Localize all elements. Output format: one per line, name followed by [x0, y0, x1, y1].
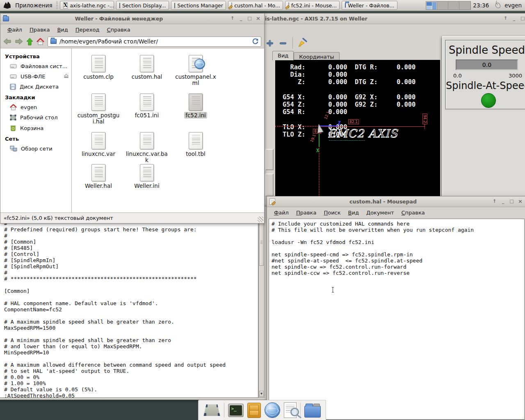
- file-item[interactable]: linuxcnc.var.bak: [125, 132, 169, 163]
- user-label: evgen: [504, 2, 523, 9]
- mousepad-textarea[interactable]: # Include your customized HAL commands h…: [269, 219, 525, 420]
- file-item[interactable]: custom.clp: [76, 55, 121, 80]
- taskbar-button-fc52-ini[interactable]: fc52.ini - Mouse...: [285, 1, 340, 10]
- maximize-button[interactable]: [508, 199, 515, 205]
- ini-editor-textarea[interactable]: # # Predefined (required) groups start h…: [0, 219, 258, 398]
- dimension-line-solid: [319, 126, 425, 127]
- dimension-line-dotted-h: [275, 126, 319, 127]
- sidebar-item-trash[interactable]: Корзина: [0, 123, 71, 133]
- menu-help[interactable]: Справка: [398, 208, 429, 217]
- menu-file[interactable]: Файл: [4, 25, 26, 34]
- mousepad-icon: [288, 2, 289, 9]
- ini-editor-scrollbar[interactable]: [258, 219, 265, 398]
- up-icon[interactable]: [26, 38, 33, 46]
- shade-button[interactable]: [491, 199, 498, 205]
- shade-button[interactable]: [502, 16, 509, 22]
- file-item[interactable]: Weller.hal: [76, 164, 121, 189]
- minimize-button[interactable]: [511, 16, 518, 22]
- terminal-icon[interactable]: [228, 404, 244, 417]
- file-item-selected[interactable]: fc52.ini: [173, 94, 218, 119]
- menu-help[interactable]: Справка: [103, 25, 134, 34]
- dock-separator: [300, 403, 301, 418]
- file-item[interactable]: fc051.ini: [125, 94, 169, 119]
- eject-icon[interactable]: [64, 73, 69, 80]
- maximize-button[interactable]: [519, 16, 525, 22]
- file-item[interactable]: tool.tbl: [173, 132, 218, 157]
- mousepad-icon: [269, 199, 275, 205]
- home-icon[interactable]: [37, 38, 44, 45]
- menu-file[interactable]: Файл: [270, 208, 292, 217]
- spindle-speed-title: Spindle Speed: [446, 44, 525, 56]
- fm-menubar: Файл Правка Вид Переход Справка: [0, 24, 264, 35]
- forward-icon[interactable]: [15, 38, 23, 45]
- maximize-button[interactable]: [246, 16, 253, 22]
- menu-document[interactable]: Документ: [363, 208, 398, 217]
- menu-edit[interactable]: Правка: [26, 25, 53, 34]
- tab-preview[interactable]: Вид: [272, 51, 294, 60]
- taskbar-button-sections-manager[interactable]: Sections Manager: [171, 1, 226, 10]
- shade-button[interactable]: [229, 16, 236, 22]
- workspace-4[interactable]: [459, 2, 470, 9]
- zoom-out-icon[interactable]: [279, 39, 288, 48]
- sidebar-item-filesystem[interactable]: Файловая сист...: [0, 61, 71, 71]
- file-item[interactable]: custom_postgui.hal: [76, 94, 121, 125]
- show-desktop-icon[interactable]: [204, 404, 220, 416]
- toolbar-separator: [292, 37, 293, 49]
- workspace-3[interactable]: [448, 2, 459, 9]
- mousepad-titlebar[interactable]: custom.hal - Mousepad: [267, 196, 525, 207]
- file-cabinet-icon[interactable]: [247, 403, 261, 418]
- sidebar-header-network: Сеть: [0, 133, 71, 144]
- menu-search[interactable]: Поиск: [320, 208, 344, 217]
- file-item[interactable]: custom.hal: [125, 55, 169, 80]
- limit-line: [329, 140, 365, 141]
- path-bar[interactable]: /home/evgen/Рабочий стол/Weller/: [48, 37, 261, 47]
- taskbar-button-axis[interactable]: axis-lathe.ngc -...: [60, 1, 114, 10]
- applications-menu[interactable]: Приложения: [14, 2, 54, 9]
- fm-titlebar[interactable]: Weller - Файловый менеджер: [0, 14, 264, 24]
- sidebar-item-desktop[interactable]: Рабочий стол: [0, 112, 71, 123]
- menu-view[interactable]: Вид: [53, 25, 71, 34]
- close-button[interactable]: [517, 199, 524, 205]
- tab-dro[interactable]: Координаты: [294, 52, 339, 60]
- workspace-2[interactable]: [437, 2, 448, 9]
- file-item[interactable]: custompanel.xml: [173, 55, 218, 86]
- file-manager-icon[interactable]: [304, 406, 321, 418]
- desktop-icon: [10, 114, 16, 121]
- sidebar-item-home[interactable]: evgen: [0, 102, 71, 112]
- file-item[interactable]: Weller.ini: [125, 164, 169, 189]
- window-icon: [119, 3, 120, 8]
- refresh-icon[interactable]: [252, 38, 259, 45]
- menu-go[interactable]: Переход: [72, 25, 103, 34]
- sidebar-item-usb[interactable]: USB-ФЛЕ: [0, 71, 71, 82]
- dimension-end-tick: [425, 123, 425, 129]
- taskbar-button-section-display[interactable]: Section Display...: [116, 1, 169, 10]
- close-button[interactable]: [255, 16, 262, 22]
- dock: [198, 400, 326, 420]
- zoom-in-icon[interactable]: [266, 39, 275, 48]
- file-item[interactable]: linuxcnc.var: [76, 132, 121, 157]
- web-browser-icon[interactable]: [265, 402, 280, 418]
- minimize-button[interactable]: [500, 199, 507, 205]
- workspace-switcher[interactable]: [426, 1, 471, 10]
- mouse-device-icon[interactable]: [493, 1, 502, 10]
- menu-edit[interactable]: Правка: [292, 208, 320, 217]
- resize-grip[interactable]: [258, 217, 263, 222]
- text-file-icon: [140, 132, 154, 149]
- fm-file-grid: custom.clp custom.hal custompanel.xml cu…: [72, 48, 264, 212]
- xfce-mouse-icon[interactable]: [2, 0, 11, 11]
- sidebar-item-floppy[interactable]: Диск Дискета: [0, 82, 71, 92]
- taskbar-button-weller-fm[interactable]: Weller - Файлов...: [342, 1, 397, 10]
- menu-view[interactable]: Вид: [345, 208, 363, 217]
- taskbar-button-custom-hal[interactable]: custom.hal - Mo...: [228, 1, 283, 10]
- clear-plot-icon[interactable]: [297, 37, 307, 49]
- minimize-button[interactable]: [237, 16, 244, 22]
- axis-watermark: EMC2 AXIS: [328, 127, 398, 140]
- workspace-1[interactable]: [426, 2, 437, 9]
- scroll-down-icon[interactable]: [259, 391, 264, 397]
- back-icon[interactable]: [3, 38, 11, 45]
- search-icon[interactable]: [284, 402, 297, 418]
- scrollbar-thumb[interactable]: [259, 220, 264, 266]
- text-file-icon: [91, 55, 105, 72]
- axis-preview-area[interactable]: Rad: 0.000 DTG R: 0.000 Dia: 0.000 Z: 0.…: [275, 60, 440, 197]
- sidebar-item-network[interactable]: Обзор сети: [0, 144, 71, 154]
